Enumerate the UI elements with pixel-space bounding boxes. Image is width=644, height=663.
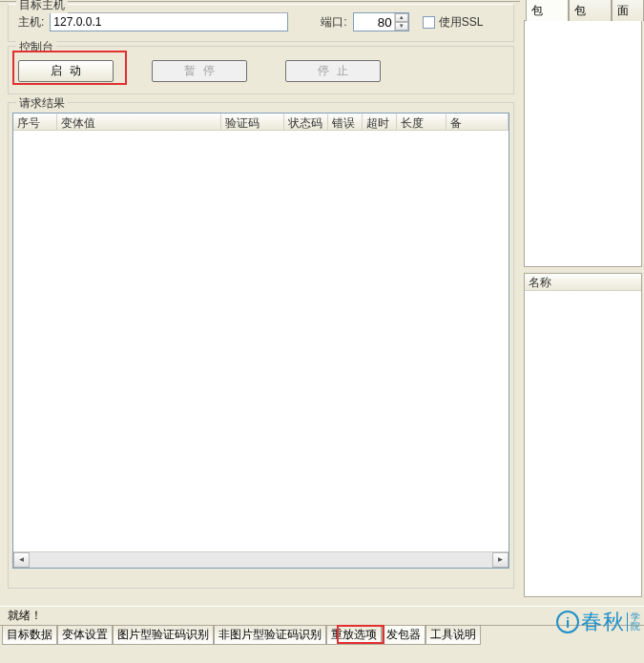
right-name-list[interactable]: 名称 [524, 273, 642, 597]
status-bar: 就绪！ [0, 606, 644, 625]
scroll-right-button[interactable]: ► [492, 552, 509, 568]
col-variant[interactable]: 变体值 [57, 114, 221, 130]
scroll-left-button[interactable]: ◄ [13, 552, 30, 568]
ssl-label: 使用SSL [439, 14, 484, 31]
results-h-scrollbar[interactable]: ◄ ► [13, 551, 509, 568]
results-body [13, 131, 509, 551]
host-input[interactable] [50, 12, 288, 31]
stop-button[interactable]: 停止 [285, 60, 381, 82]
tab-request[interactable]: 请求包 [526, 0, 569, 21]
col-seq[interactable]: 序号 [13, 114, 57, 130]
pause-button[interactable]: 暂停 [152, 60, 247, 82]
results-legend: 请求结果 [16, 95, 68, 112]
col-status[interactable]: 状态码 [284, 114, 328, 130]
name-col-header[interactable]: 名称 [525, 274, 641, 291]
tab-replay-options[interactable]: 重放选项 [326, 626, 382, 645]
col-length[interactable]: 长度 [397, 114, 447, 130]
status-text: 就绪！ [8, 608, 42, 624]
col-error[interactable]: 错误 [328, 114, 363, 130]
port-up-button[interactable]: ▲ [395, 13, 408, 22]
tab-response[interactable]: 返回包 [569, 0, 612, 21]
console-group: 控制台 启动 暂停 停止 [8, 46, 514, 94]
tab-tool-desc[interactable]: 工具说明 [426, 626, 481, 645]
port-spinner[interactable]: ▲ ▼ [353, 12, 409, 31]
ssl-checkbox[interactable] [423, 16, 435, 29]
target-host-legend: 目标主机 [16, 0, 68, 13]
right-tabstrip: 请求包 返回包 页面 [524, 0, 644, 21]
port-input[interactable] [354, 13, 394, 31]
col-captcha[interactable]: 验证码 [221, 114, 284, 130]
tab-packet-sender[interactable]: 发包器 [382, 626, 426, 645]
console-legend: 控制台 [16, 39, 56, 55]
scroll-track[interactable] [30, 552, 492, 568]
results-header: 序号 变体值 验证码 状态码 错误 超时 长度 备 [13, 114, 509, 131]
port-down-button[interactable]: ▼ [395, 22, 408, 31]
tab-target-data[interactable]: 目标数据 [2, 626, 57, 645]
tab-image-captcha[interactable]: 图片型验证码识别 [113, 626, 214, 645]
bottom-tabstrip: 目标数据 变体设置 图片型验证码识别 非图片型验证码识别 重放选项 发包器 工具… [0, 625, 644, 644]
results-group: 请求结果 序号 变体值 验证码 状态码 错误 超时 长度 备 ◄ ► [8, 102, 514, 589]
host-label: 主机: [18, 14, 44, 31]
right-content-pane [524, 21, 642, 267]
port-label: 端口: [321, 14, 346, 31]
tab-page[interactable]: 页面 [612, 0, 644, 21]
tab-variant-settings[interactable]: 变体设置 [57, 626, 113, 645]
start-button[interactable]: 启动 [18, 60, 114, 82]
col-remark[interactable]: 备 [447, 114, 509, 130]
results-listview[interactable]: 序号 变体值 验证码 状态码 错误 超时 长度 备 ◄ ► [12, 113, 509, 569]
col-timeout[interactable]: 超时 [363, 114, 397, 130]
tab-nonimage-captcha[interactable]: 非图片型验证码识别 [214, 626, 326, 645]
target-host-group: 目标主机 主机: 端口: ▲ ▼ 使用SSL [8, 4, 514, 42]
